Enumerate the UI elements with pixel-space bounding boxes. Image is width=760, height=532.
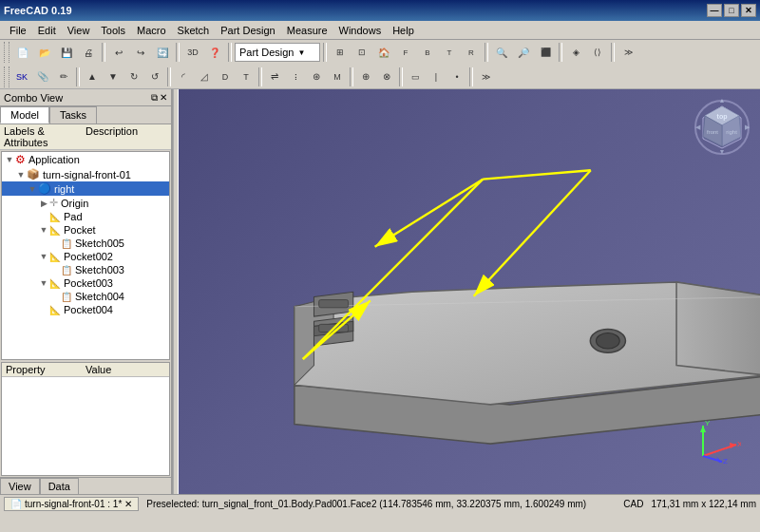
datum-point-button[interactable]: • <box>446 66 467 87</box>
menu-edit[interactable]: Edit <box>32 23 62 38</box>
refresh-button[interactable]: 🔄 <box>152 42 173 63</box>
tree-item-body[interactable]: ▼ 📦 turn-signal-front-01 <box>2 167 169 181</box>
tree-item-pocket[interactable]: ▼ 📐 Pocket <box>2 223 169 237</box>
help-button[interactable]: ❓ <box>204 42 225 63</box>
bottom-tab-data[interactable]: Data <box>40 478 79 494</box>
zoom-out-button[interactable]: 🔎 <box>513 42 534 63</box>
tree-item-pocket003[interactable]: ▼ 📐 Pocket003 <box>2 276 169 290</box>
viewport-3d[interactable]: top right front ▲ ▶ ▼ ◀ <box>179 89 760 494</box>
status-preselect: Preselected: turn_signal_front_01.Body.P… <box>139 499 623 509</box>
svg-text:Z: Z <box>723 457 728 466</box>
menu-tools[interactable]: Tools <box>95 23 131 38</box>
file-tab[interactable]: 📄 turn-signal-front-01 : 1* ✕ <box>4 497 139 511</box>
fillet-button[interactable]: ◜ <box>173 66 194 87</box>
attach-sketch-button[interactable]: 📎 <box>32 66 53 87</box>
workbench-dropdown[interactable]: Part Design ▼ <box>235 43 320 62</box>
tree-area[interactable]: ▼ ⚙ Application ▼ 📦 turn-signal-front-01… <box>1 151 170 360</box>
pocket-icon: 📐 <box>49 225 61 236</box>
menu-view[interactable]: View <box>62 23 96 38</box>
save-button[interactable]: 💾 <box>56 42 77 63</box>
draw-style-button[interactable]: ◈ <box>565 42 586 63</box>
tab-tasks[interactable]: Tasks <box>49 106 97 124</box>
properties-area: Property Value <box>1 362 170 476</box>
combo-view-header: Combo View ⧉ ✕ <box>0 89 171 106</box>
menu-measure[interactable]: Measure <box>281 23 333 38</box>
tab-model[interactable]: Model <box>0 106 49 124</box>
sep-3 <box>228 43 232 62</box>
maximize-button[interactable]: □ <box>724 4 739 17</box>
multitransform-button[interactable]: M <box>327 66 348 87</box>
new-file-button[interactable]: 📄 <box>12 42 33 63</box>
menu-help[interactable]: Help <box>387 23 420 38</box>
origin-icon: ✛ <box>49 197 58 209</box>
zoom-in-button[interactable]: 🔍 <box>491 42 512 63</box>
sketch003-icon: 📋 <box>61 265 72 276</box>
properties-header: Property Value <box>2 363 169 377</box>
chamfer-button[interactable]: ◿ <box>194 66 215 87</box>
open-file-button[interactable]: 📂 <box>34 42 55 63</box>
pocket-button[interactable]: ▼ <box>103 66 124 87</box>
sketch-button[interactable]: SK <box>11 66 32 87</box>
coord-axes-svg: X Y Z <box>694 418 741 466</box>
tree-item-application[interactable]: ▼ ⚙ Application <box>2 152 169 167</box>
tree-label-pocket002: Pocket002 <box>64 251 113 262</box>
polar-pattern-button[interactable]: ⊛ <box>306 66 327 87</box>
sep-7 <box>611 43 615 62</box>
thickness-button[interactable]: T <box>236 66 256 87</box>
subshape-button[interactable]: ⊗ <box>376 66 397 87</box>
box-zoom-button[interactable]: ⬛ <box>535 42 556 63</box>
print-button[interactable]: 🖨 <box>78 42 99 63</box>
menu-sketch[interactable]: Sketch <box>172 23 216 38</box>
view-home-button[interactable]: 🏠 <box>373 42 394 63</box>
tree-item-sketch005[interactable]: 📋 Sketch005 <box>2 237 169 250</box>
groove-button[interactable]: ↺ <box>144 66 165 87</box>
revolution-button[interactable]: ↻ <box>124 66 144 87</box>
linear-pattern-button[interactable]: ⫶ <box>285 66 306 87</box>
tree-item-pocket002[interactable]: ▼ 📐 Pocket002 <box>2 250 169 263</box>
combo-float-icon[interactable]: ⧉ <box>151 92 158 104</box>
mirrored-button[interactable]: ⇌ <box>264 66 285 87</box>
redo-button[interactable]: ↪ <box>130 42 151 63</box>
boolean-button[interactable]: ⊕ <box>355 66 376 87</box>
tree-item-pocket004[interactable]: 📐 Pocket004 <box>2 303 169 316</box>
view3d-button[interactable]: 3D <box>182 42 203 63</box>
bottom-tab-view[interactable]: View <box>0 478 40 494</box>
menu-bar: File Edit View Tools Macro Sketch Part D… <box>0 21 760 40</box>
tree-item-sketch003[interactable]: 📋 Sketch003 <box>2 263 169 276</box>
menu-part-design[interactable]: Part Design <box>215 23 280 38</box>
view-back-button[interactable]: B <box>417 42 438 63</box>
menu-windows[interactable]: Windows <box>333 23 388 38</box>
status-bar: 📄 turn-signal-front-01 : 1* ✕ Preselecte… <box>0 494 760 513</box>
tree-item-origin[interactable]: ▶ ✛ Origin <box>2 196 169 210</box>
draft-button[interactable]: D <box>215 66 236 87</box>
menu-macro[interactable]: Macro <box>131 23 172 38</box>
tree-item-right[interactable]: ▼ 🔵 right <box>2 181 169 196</box>
svg-point-21 <box>597 333 620 350</box>
pad-button[interactable]: ▲ <box>82 66 103 87</box>
minimize-button[interactable]: — <box>707 4 722 17</box>
nav-cube[interactable]: top right front ▲ ▶ ▼ ◀ <box>694 99 750 156</box>
more-view-button[interactable]: ≫ <box>618 42 638 63</box>
more-pd-button[interactable]: ≫ <box>475 66 496 87</box>
close-button[interactable]: ✕ <box>741 4 756 17</box>
perspective-button[interactable]: ⟨⟩ <box>587 42 608 63</box>
file-tab-close[interactable]: ✕ <box>124 499 132 509</box>
view-top-button[interactable]: T <box>439 42 460 63</box>
datum-plane-button[interactable]: ▭ <box>405 66 426 87</box>
undo-button[interactable]: ↩ <box>108 42 129 63</box>
tree-item-pad[interactable]: 📐 Pad <box>2 210 169 223</box>
view-right-button[interactable]: R <box>461 42 482 63</box>
edit-sketch-button[interactable]: ✏ <box>53 66 74 87</box>
tree-item-sketch004[interactable]: 📋 Sketch004 <box>2 290 169 303</box>
svg-text:front: front <box>707 129 718 135</box>
view-front-button[interactable]: F <box>395 42 416 63</box>
view-fit-all-button[interactable]: ⊞ <box>330 42 351 63</box>
view-fit-sel-button[interactable]: ⊡ <box>352 42 372 63</box>
sep-2 <box>176 43 180 62</box>
menu-file[interactable]: File <box>4 23 32 38</box>
svg-text:right: right <box>726 129 737 135</box>
part-model-svg <box>236 165 760 494</box>
sketch004-icon: 📋 <box>61 292 72 302</box>
combo-close-icon[interactable]: ✕ <box>160 92 167 104</box>
datum-line-button[interactable]: | <box>426 66 446 87</box>
